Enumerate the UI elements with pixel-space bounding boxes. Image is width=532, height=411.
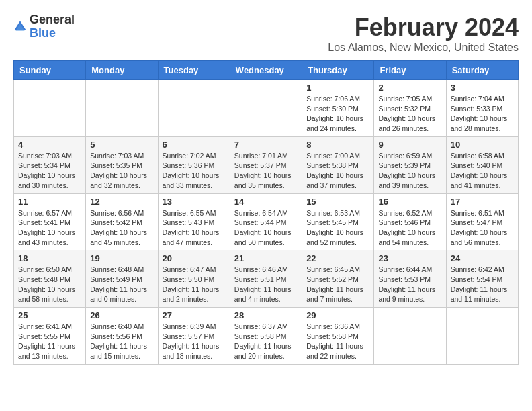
calendar-cell: 2Sunrise: 7:05 AMSunset: 5:32 PMDaylight… [374,80,446,137]
calendar-week-row: 25Sunrise: 6:41 AMSunset: 5:55 PMDayligh… [14,308,519,365]
day-number: 3 [451,83,514,93]
calendar-table: SundayMondayTuesdayWednesdayThursdayFrid… [13,60,519,365]
day-of-week-header: Wednesday [230,61,302,80]
day-number: 14 [234,197,298,207]
day-info: Sunrise: 6:56 AMSunset: 5:42 PMDaylight:… [90,208,153,248]
calendar-cell: 11Sunrise: 6:57 AMSunset: 5:41 PMDayligh… [14,193,86,250]
day-number: 11 [18,197,81,207]
day-info: Sunrise: 6:39 AMSunset: 5:57 PMDaylight:… [163,322,226,361]
day-number: 13 [163,197,226,207]
day-number: 29 [306,310,369,320]
day-info: Sunrise: 6:53 AMSunset: 5:45 PMDaylight:… [306,208,369,248]
calendar-cell: 15Sunrise: 6:53 AMSunset: 5:45 PMDayligh… [302,193,374,250]
day-number: 16 [378,197,441,207]
calendar-cell: 9Sunrise: 6:59 AMSunset: 5:39 PMDaylight… [374,136,446,193]
day-info: Sunrise: 6:46 AMSunset: 5:51 PMDaylight:… [234,265,298,304]
calendar-title: February 2024 [328,13,519,42]
day-number: 10 [451,140,514,150]
calendar-cell: 14Sunrise: 6:54 AMSunset: 5:44 PMDayligh… [230,193,302,250]
day-info: Sunrise: 6:47 AMSunset: 5:50 PMDaylight:… [163,265,226,304]
calendar-cell [446,308,518,365]
calendar-cell: 22Sunrise: 6:45 AMSunset: 5:52 PMDayligh… [302,250,374,308]
day-number: 5 [90,140,153,150]
calendar-cell: 1Sunrise: 7:06 AMSunset: 5:30 PMDaylight… [302,80,374,137]
logo-text: General Blue [30,13,75,40]
day-of-week-header: Saturday [446,61,518,80]
day-number: 7 [234,140,298,150]
day-info: Sunrise: 6:42 AMSunset: 5:54 PMDaylight:… [451,265,514,304]
calendar-cell: 23Sunrise: 6:44 AMSunset: 5:53 PMDayligh… [374,250,446,308]
day-number: 6 [163,140,226,150]
calendar-week-row: 11Sunrise: 6:57 AMSunset: 5:41 PMDayligh… [14,193,519,250]
calendar-subtitle: Los Alamos, New Mexico, United States [328,42,519,54]
day-of-week-header: Tuesday [158,61,230,80]
day-number: 17 [451,197,514,207]
day-number: 9 [378,140,441,150]
day-info: Sunrise: 6:57 AMSunset: 5:41 PMDaylight:… [18,208,81,248]
day-info: Sunrise: 6:51 AMSunset: 5:47 PMDaylight:… [451,208,514,248]
day-info: Sunrise: 6:58 AMSunset: 5:40 PMDaylight:… [451,151,514,191]
day-of-week-header: Sunday [14,61,86,80]
calendar-cell [86,80,158,137]
day-number: 23 [378,253,441,263]
day-number: 4 [18,140,81,150]
calendar-cell: 13Sunrise: 6:55 AMSunset: 5:43 PMDayligh… [158,193,230,250]
logo: General Blue [13,13,75,40]
day-number: 19 [90,253,153,263]
calendar-header-row: SundayMondayTuesdayWednesdayThursdayFrid… [14,61,519,80]
day-number: 22 [306,253,369,263]
calendar-cell: 28Sunrise: 6:37 AMSunset: 5:58 PMDayligh… [230,308,302,365]
day-info: Sunrise: 7:04 AMSunset: 5:33 PMDaylight:… [451,94,514,134]
day-number: 12 [90,197,153,207]
day-of-week-header: Monday [86,61,158,80]
day-info: Sunrise: 7:05 AMSunset: 5:32 PMDaylight:… [378,94,441,134]
calendar-week-row: 18Sunrise: 6:50 AMSunset: 5:48 PMDayligh… [14,250,519,308]
day-info: Sunrise: 7:02 AMSunset: 5:36 PMDaylight:… [163,151,226,191]
calendar-cell: 10Sunrise: 6:58 AMSunset: 5:40 PMDayligh… [446,136,518,193]
day-number: 1 [306,83,369,93]
day-number: 20 [163,253,226,263]
day-info: Sunrise: 6:52 AMSunset: 5:46 PMDaylight:… [378,208,441,248]
title-area: February 2024 Los Alamos, New Mexico, Un… [328,13,519,54]
day-number: 26 [90,310,153,320]
day-info: Sunrise: 7:03 AMSunset: 5:35 PMDaylight:… [90,151,153,191]
logo-general: General [30,13,75,26]
day-number: 21 [234,253,298,263]
day-info: Sunrise: 6:50 AMSunset: 5:48 PMDaylight:… [18,265,81,304]
calendar-cell: 12Sunrise: 6:56 AMSunset: 5:42 PMDayligh… [86,193,158,250]
day-info: Sunrise: 6:45 AMSunset: 5:52 PMDaylight:… [306,265,369,304]
calendar-cell: 17Sunrise: 6:51 AMSunset: 5:47 PMDayligh… [446,193,518,250]
day-info: Sunrise: 7:03 AMSunset: 5:34 PMDaylight:… [18,151,81,191]
calendar-cell: 6Sunrise: 7:02 AMSunset: 5:36 PMDaylight… [158,136,230,193]
calendar-cell: 3Sunrise: 7:04 AMSunset: 5:33 PMDaylight… [446,80,518,137]
day-info: Sunrise: 6:48 AMSunset: 5:49 PMDaylight:… [90,265,153,304]
day-info: Sunrise: 6:36 AMSunset: 5:58 PMDaylight:… [306,322,369,361]
calendar-cell [230,80,302,137]
page-header: General Blue February 2024 Los Alamos, N… [13,13,519,54]
calendar-cell: 4Sunrise: 7:03 AMSunset: 5:34 PMDaylight… [14,136,86,193]
day-of-week-header: Friday [374,61,446,80]
calendar-cell: 7Sunrise: 7:01 AMSunset: 5:37 PMDaylight… [230,136,302,193]
calendar-cell: 18Sunrise: 6:50 AMSunset: 5:48 PMDayligh… [14,250,86,308]
calendar-cell: 27Sunrise: 6:39 AMSunset: 5:57 PMDayligh… [158,308,230,365]
day-number: 8 [306,140,369,150]
calendar-cell [14,80,86,137]
calendar-cell: 26Sunrise: 6:40 AMSunset: 5:56 PMDayligh… [86,308,158,365]
calendar-week-row: 1Sunrise: 7:06 AMSunset: 5:30 PMDaylight… [14,80,519,137]
day-number: 15 [306,197,369,207]
day-info: Sunrise: 6:41 AMSunset: 5:55 PMDaylight:… [18,322,81,361]
day-number: 2 [378,83,441,93]
day-info: Sunrise: 7:00 AMSunset: 5:38 PMDaylight:… [306,151,369,191]
calendar-cell [374,308,446,365]
calendar-cell: 29Sunrise: 6:36 AMSunset: 5:58 PMDayligh… [302,308,374,365]
calendar-cell: 24Sunrise: 6:42 AMSunset: 5:54 PMDayligh… [446,250,518,308]
day-info: Sunrise: 6:54 AMSunset: 5:44 PMDaylight:… [234,208,298,248]
day-number: 27 [163,310,226,320]
calendar-cell: 20Sunrise: 6:47 AMSunset: 5:50 PMDayligh… [158,250,230,308]
calendar-cell: 19Sunrise: 6:48 AMSunset: 5:49 PMDayligh… [86,250,158,308]
day-number: 18 [18,253,81,263]
day-info: Sunrise: 6:37 AMSunset: 5:58 PMDaylight:… [234,322,298,361]
day-of-week-header: Thursday [302,61,374,80]
logo-blue: Blue [30,26,56,40]
calendar-cell: 8Sunrise: 7:00 AMSunset: 5:38 PMDaylight… [302,136,374,193]
